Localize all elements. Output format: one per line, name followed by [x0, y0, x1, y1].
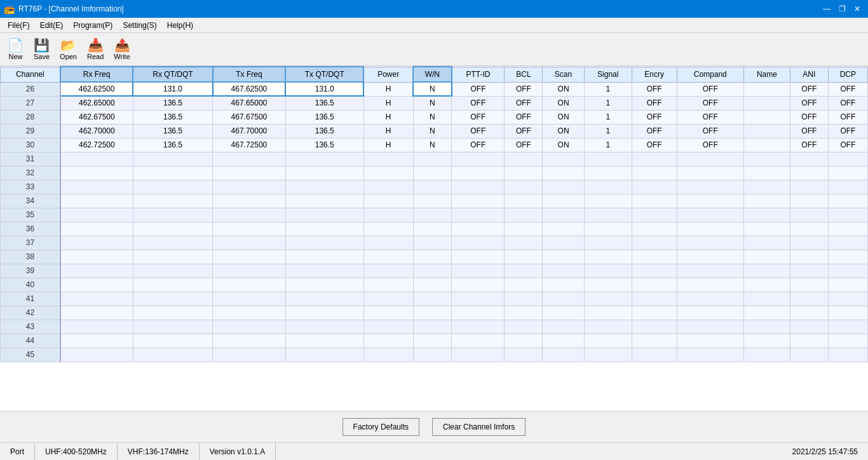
cell-signal[interactable] — [584, 236, 632, 250]
cell-ptt_id[interactable] — [452, 208, 505, 222]
cell-channel[interactable]: 36 — [1, 222, 60, 236]
cell-channel[interactable]: 44 — [1, 334, 60, 348]
cell-encry[interactable] — [632, 152, 677, 166]
cell-power[interactable] — [363, 278, 413, 292]
cell-scan[interactable]: ON — [543, 82, 584, 96]
minimize-button[interactable]: — — [820, 2, 834, 16]
cell-ptt_id[interactable] — [452, 320, 505, 334]
cell-wn[interactable]: N — [413, 138, 451, 152]
cell-tx_qt_dqt[interactable] — [285, 208, 363, 222]
cell-power[interactable] — [363, 180, 413, 194]
cell-ani[interactable] — [790, 166, 828, 180]
close-button[interactable]: ✕ — [850, 2, 864, 16]
cell-channel[interactable]: 40 — [1, 278, 60, 292]
cell-ptt_id[interactable]: OFF — [452, 82, 505, 96]
cell-wn[interactable] — [413, 348, 451, 362]
cell-power[interactable]: H — [363, 138, 413, 152]
cell-rx_freq[interactable] — [60, 152, 133, 166]
cell-tx_qt_dqt[interactable] — [285, 180, 363, 194]
cell-channel[interactable]: 30 — [1, 138, 60, 152]
cell-rx_freq[interactable]: 462.62500 — [60, 82, 133, 96]
cell-encry[interactable] — [632, 278, 677, 292]
cell-signal[interactable] — [584, 348, 632, 362]
cell-encry[interactable] — [632, 194, 677, 208]
cell-encry[interactable] — [632, 334, 677, 348]
cell-rx_qt_dqt[interactable] — [133, 166, 212, 180]
cell-ani[interactable]: OFF — [790, 96, 828, 110]
cell-tx_freq[interactable]: 467.72500 — [213, 138, 286, 152]
cell-channel[interactable]: 27 — [1, 96, 60, 110]
cell-scan[interactable] — [543, 348, 584, 362]
table-row[interactable]: 44 — [1, 334, 868, 348]
restore-button[interactable]: ❐ — [835, 2, 849, 16]
cell-power[interactable] — [363, 348, 413, 362]
cell-wn[interactable] — [413, 166, 451, 180]
cell-ptt_id[interactable] — [452, 222, 505, 236]
cell-bcl[interactable]: OFF — [505, 110, 543, 124]
cell-wn[interactable] — [413, 306, 451, 320]
cell-channel[interactable]: 34 — [1, 194, 60, 208]
cell-bcl[interactable] — [505, 306, 543, 320]
cell-dcp[interactable] — [828, 306, 867, 320]
cell-wn[interactable] — [413, 236, 451, 250]
cell-channel[interactable]: 31 — [1, 152, 60, 166]
cell-rx_qt_dqt[interactable] — [133, 320, 212, 334]
cell-signal[interactable]: 1 — [584, 110, 632, 124]
cell-name[interactable] — [743, 292, 790, 306]
cell-ani[interactable] — [790, 152, 828, 166]
cell-bcl[interactable] — [505, 166, 543, 180]
cell-bcl[interactable] — [505, 250, 543, 264]
cell-rx_freq[interactable] — [60, 222, 133, 236]
cell-wn[interactable] — [413, 278, 451, 292]
cell-name[interactable] — [743, 250, 790, 264]
cell-encry[interactable] — [632, 166, 677, 180]
table-row[interactable]: 28462.67500136.5467.67500136.5HNOFFOFFON… — [1, 110, 868, 124]
cell-ani[interactable] — [790, 306, 828, 320]
cell-encry[interactable] — [632, 180, 677, 194]
cell-rx_qt_dqt[interactable] — [133, 306, 212, 320]
cell-signal[interactable]: 1 — [584, 124, 632, 138]
cell-name[interactable] — [743, 166, 790, 180]
cell-tx_qt_dqt[interactable]: 131.0 — [285, 82, 363, 96]
cell-rx_qt_dqt[interactable]: 136.5 — [133, 110, 212, 124]
cell-channel[interactable]: 38 — [1, 250, 60, 264]
cell-ani[interactable] — [790, 236, 828, 250]
cell-ani[interactable] — [790, 194, 828, 208]
menu-help[interactable]: Help(H) — [162, 20, 198, 31]
cell-signal[interactable] — [584, 166, 632, 180]
cell-signal[interactable]: 1 — [584, 82, 632, 96]
cell-ptt_id[interactable]: OFF — [452, 96, 505, 110]
cell-compand[interactable] — [677, 222, 743, 236]
cell-signal[interactable] — [584, 320, 632, 334]
cell-dcp[interactable] — [828, 348, 867, 362]
cell-compand[interactable]: OFF — [677, 124, 743, 138]
cell-ptt_id[interactable] — [452, 334, 505, 348]
cell-rx_qt_dqt[interactable] — [133, 180, 212, 194]
cell-encry[interactable] — [632, 348, 677, 362]
cell-channel[interactable]: 43 — [1, 320, 60, 334]
cell-ani[interactable] — [790, 320, 828, 334]
cell-dcp[interactable] — [828, 320, 867, 334]
cell-ani[interactable] — [790, 278, 828, 292]
cell-tx_qt_dqt[interactable] — [285, 250, 363, 264]
cell-encry[interactable] — [632, 264, 677, 278]
cell-scan[interactable]: ON — [543, 124, 584, 138]
cell-dcp[interactable] — [828, 236, 867, 250]
cell-tx_qt_dqt[interactable] — [285, 292, 363, 306]
table-row[interactable]: 41 — [1, 292, 868, 306]
cell-tx_freq[interactable]: 467.70000 — [213, 124, 286, 138]
cell-dcp[interactable] — [828, 222, 867, 236]
cell-ptt_id[interactable] — [452, 236, 505, 250]
cell-encry[interactable] — [632, 306, 677, 320]
cell-name[interactable] — [743, 110, 790, 124]
cell-tx_freq[interactable] — [213, 264, 286, 278]
cell-compand[interactable] — [677, 292, 743, 306]
cell-power[interactable]: H — [363, 110, 413, 124]
cell-rx_freq[interactable] — [60, 194, 133, 208]
cell-scan[interactable] — [543, 194, 584, 208]
cell-scan[interactable] — [543, 334, 584, 348]
cell-name[interactable] — [743, 152, 790, 166]
cell-tx_qt_dqt[interactable]: 136.5 — [285, 138, 363, 152]
table-wrapper[interactable]: Channel Rx Freq Rx QT/DQT Tx Freq Tx QT/… — [0, 66, 868, 411]
table-row[interactable]: 43 — [1, 320, 868, 334]
